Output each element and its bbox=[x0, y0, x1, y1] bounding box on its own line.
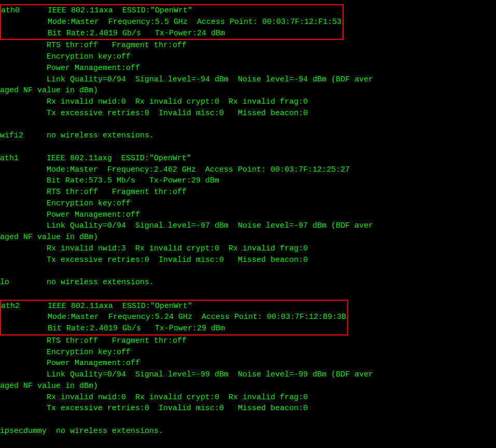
terminal-output: ath0 IEEE 802.11axa ESSID:"OpenWrt" Mode… bbox=[0, 4, 496, 437]
ath0-section: ath0 IEEE 802.11axa ESSID:"OpenWrt" Mode… bbox=[0, 29, 373, 436]
